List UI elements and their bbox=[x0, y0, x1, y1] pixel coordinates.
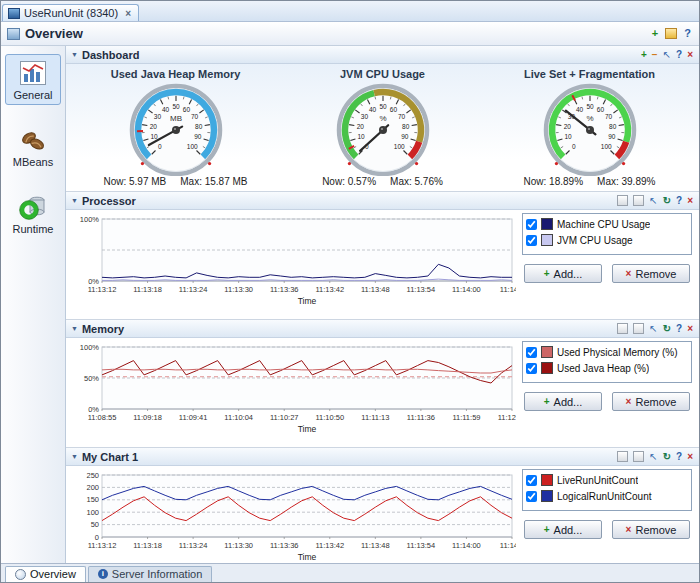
table-view-icon[interactable] bbox=[617, 323, 628, 334]
close-section-icon[interactable]: × bbox=[687, 50, 693, 60]
editor-tab-bar: UseRunUnit (8340) × bbox=[1, 1, 699, 22]
svg-text:11:10:50: 11:10:50 bbox=[315, 413, 344, 422]
remove-button-label: Remove bbox=[635, 396, 676, 408]
copy-icon[interactable] bbox=[633, 451, 644, 462]
editor-tab-label: UseRunUnit (8340) bbox=[24, 7, 118, 19]
legend-item: LogicalRunUnitCount bbox=[526, 488, 688, 504]
remove-attribute-button[interactable]: × Remove bbox=[612, 392, 690, 411]
legend-checkbox[interactable] bbox=[526, 363, 537, 374]
svg-text:30: 30 bbox=[360, 113, 368, 120]
remove-icon: × bbox=[626, 396, 632, 407]
legend-checkbox[interactable] bbox=[526, 235, 537, 246]
legend-checkbox[interactable] bbox=[526, 475, 537, 486]
collapse-icon[interactable]: ▼ bbox=[71, 51, 78, 58]
legend-box: LiveRunUnitCountLogicalRunUnitCount bbox=[522, 469, 692, 511]
svg-text:Time: Time bbox=[298, 552, 317, 562]
add-button-label: Add... bbox=[554, 396, 583, 408]
remove-dial-icon[interactable]: − bbox=[652, 50, 658, 60]
processor-section-header[interactable]: ▼ Processor ↖ ↻ ? × bbox=[66, 192, 699, 210]
help-icon[interactable]: ? bbox=[676, 50, 682, 60]
svg-text:Time: Time bbox=[298, 424, 317, 434]
tab-overview[interactable]: Overview bbox=[5, 566, 86, 582]
svg-text:90: 90 bbox=[401, 133, 409, 140]
help-icon[interactable]: ? bbox=[676, 324, 682, 334]
runtime-icon bbox=[19, 193, 47, 221]
svg-text:11:13:54: 11:13:54 bbox=[407, 541, 436, 550]
remove-attribute-button[interactable]: × Remove bbox=[612, 520, 690, 539]
main-content: ▼ Dashboard + − ↖ ? × Used Java Heap Mem… bbox=[66, 46, 699, 563]
zoom-select-icon[interactable]: ↖ bbox=[649, 452, 657, 462]
close-section-icon[interactable]: × bbox=[687, 452, 693, 462]
sidebar-item-label: General bbox=[13, 89, 52, 101]
section-title: My Chart 1 bbox=[82, 451, 138, 463]
svg-text:20: 20 bbox=[356, 123, 364, 130]
my-chart-1-chart: 25020015010050011:13:1211:13:1811:13:241… bbox=[70, 469, 516, 573]
close-section-icon[interactable]: × bbox=[687, 196, 693, 206]
svg-text:11:08:55: 11:08:55 bbox=[88, 413, 117, 422]
help-icon[interactable]: ? bbox=[676, 452, 682, 462]
svg-text:MB: MB bbox=[170, 114, 182, 123]
svg-text:70: 70 bbox=[190, 113, 198, 120]
legend-item: JVM CPU Usage bbox=[526, 232, 688, 248]
my-chart-1-section-header[interactable]: ▼ My Chart 1 ↖ ↻ ? × bbox=[66, 448, 699, 466]
svg-text:11:13:24: 11:13:24 bbox=[179, 541, 208, 550]
copy-icon[interactable] bbox=[633, 323, 644, 334]
gauge-dial: 0102030405060708090100MB bbox=[101, 80, 251, 178]
refresh-icon[interactable]: ↻ bbox=[663, 324, 671, 334]
refresh-icon[interactable]: ↻ bbox=[663, 196, 671, 206]
button-row: + Add... × Remove bbox=[522, 520, 692, 539]
legend-item: LiveRunUnitCount bbox=[526, 472, 688, 488]
beans-icon bbox=[19, 126, 47, 154]
svg-text:250: 250 bbox=[86, 471, 99, 480]
svg-text:40: 40 bbox=[161, 106, 169, 113]
legend-checkbox[interactable] bbox=[526, 491, 537, 502]
add-dial-icon[interactable]: + bbox=[641, 50, 647, 60]
svg-text:80: 80 bbox=[609, 123, 617, 130]
remove-attribute-button[interactable]: × Remove bbox=[612, 264, 690, 283]
page-title: Overview bbox=[25, 26, 83, 41]
close-section-icon[interactable]: × bbox=[687, 324, 693, 334]
svg-text:11:14:0: 11:14:0 bbox=[500, 285, 516, 294]
legend-color-swatch bbox=[541, 234, 553, 246]
legend-checkbox[interactable] bbox=[526, 347, 537, 358]
editor-tab-userununit[interactable]: UseRunUnit (8340) × bbox=[2, 4, 139, 21]
svg-text:80: 80 bbox=[195, 123, 203, 130]
accessibility-icon[interactable]: ↖ bbox=[663, 50, 671, 60]
sidebar-item-general[interactable]: General bbox=[5, 54, 61, 105]
svg-text:50%: 50% bbox=[84, 374, 99, 383]
svg-text:11:11:36: 11:11:36 bbox=[407, 413, 435, 422]
add-attribute-button[interactable]: + Add... bbox=[524, 520, 602, 539]
add-tab-icon[interactable]: + bbox=[652, 28, 658, 39]
add-attribute-button[interactable]: + Add... bbox=[524, 392, 602, 411]
svg-text:60: 60 bbox=[182, 106, 190, 113]
gauge-max-value: Max: 15.87 MB bbox=[180, 176, 247, 187]
sidebar-item-mbeans[interactable]: MBeans bbox=[5, 121, 61, 172]
close-icon[interactable]: × bbox=[125, 8, 131, 19]
refresh-icon[interactable]: ↻ bbox=[663, 452, 671, 462]
gauge-now-value: Now: 0.57% bbox=[322, 176, 376, 187]
export-icon[interactable] bbox=[665, 28, 677, 39]
help-icon[interactable]: ? bbox=[676, 196, 682, 206]
zoom-select-icon[interactable]: ↖ bbox=[649, 196, 657, 206]
chart-icon bbox=[19, 59, 47, 87]
table-view-icon[interactable] bbox=[617, 195, 628, 206]
collapse-icon[interactable]: ▼ bbox=[71, 197, 78, 204]
collapse-icon[interactable]: ▼ bbox=[71, 453, 78, 460]
help-icon[interactable]: ? bbox=[684, 28, 691, 39]
copy-icon[interactable] bbox=[633, 195, 644, 206]
sidebar-item-runtime[interactable]: Runtime bbox=[5, 188, 61, 239]
memory-section-header[interactable]: ▼ Memory ↖ ↻ ? × bbox=[66, 320, 699, 338]
svg-text:11:09:41: 11:09:41 bbox=[179, 413, 208, 422]
dashboard-section-header[interactable]: ▼ Dashboard + − ↖ ? × bbox=[66, 46, 699, 64]
form-header: Overview + ? bbox=[1, 22, 699, 46]
processor-chart: 100%0%11:13:1211:13:1811:13:2411:13:3011… bbox=[70, 213, 516, 317]
legend-color-swatch bbox=[541, 490, 553, 502]
table-view-icon[interactable] bbox=[617, 451, 628, 462]
collapse-icon[interactable]: ▼ bbox=[71, 325, 78, 332]
zoom-select-icon[interactable]: ↖ bbox=[649, 324, 657, 334]
legend-checkbox[interactable] bbox=[526, 219, 537, 230]
my-chart-1-legend-panel: LiveRunUnitCountLogicalRunUnitCount + Ad… bbox=[522, 469, 692, 539]
add-attribute-button[interactable]: + Add... bbox=[524, 264, 602, 283]
tab-server-information[interactable]: i Server Information bbox=[88, 566, 212, 582]
sidebar-item-label: MBeans bbox=[13, 156, 53, 168]
